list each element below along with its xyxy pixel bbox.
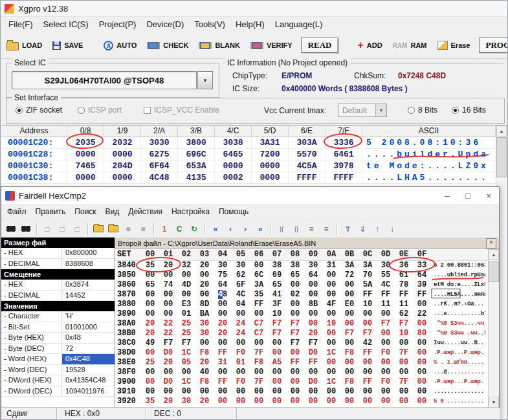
byte-cell[interactable]: 20 xyxy=(195,397,214,406)
layout-icon[interactable]: ≡ xyxy=(319,222,333,236)
byte-cell[interactable]: 35 xyxy=(141,261,159,271)
byte-cell[interactable]: 35 xyxy=(141,397,159,406)
byte-cell[interactable]: 00 xyxy=(141,290,159,300)
byte-cell[interactable]: D0 xyxy=(304,348,322,358)
byte-cell[interactable]: 65 xyxy=(141,280,159,290)
byte-cell[interactable]: 00 xyxy=(304,387,322,397)
byte-cell[interactable]: 00 xyxy=(359,368,377,377)
byte-cell[interactable]: 20 xyxy=(304,329,322,338)
byte-cell[interactable]: A5 xyxy=(268,358,286,368)
byte-cell[interactable]: 00 xyxy=(250,387,268,397)
byte-cell[interactable]: E3 xyxy=(177,300,195,309)
byte-cell[interactable]: D0 xyxy=(159,348,177,358)
verify-button[interactable]: VERIFY xyxy=(248,40,294,50)
byte-cell[interactable]: 00 xyxy=(413,348,431,358)
ascii-cell[interactable]: "%0 $Зчч....чч. xyxy=(434,319,485,329)
byte-cell[interactable]: 01 xyxy=(177,309,195,319)
byte-cell[interactable]: 00 xyxy=(232,368,250,377)
word-cell[interactable]: 6F64 xyxy=(141,160,178,171)
byte-cell[interactable]: 00 xyxy=(232,397,250,406)
byte-cell[interactable]: 00 xyxy=(413,300,431,309)
blank-button[interactable]: BLANK xyxy=(197,40,242,50)
word-cell[interactable]: 0000 xyxy=(67,172,104,183)
page-down-icon[interactable]: ↓ xyxy=(385,222,399,236)
byte-cell[interactable]: 30 xyxy=(177,397,195,406)
byte-cell[interactable]: 00 xyxy=(214,309,232,319)
xgpro-menu-tools[interactable]: Tools(V) xyxy=(189,17,230,32)
byte-cell[interactable]: 00 xyxy=(322,280,340,290)
byte-cell[interactable]: 36 xyxy=(395,261,413,271)
byte-cell[interactable]: 31 xyxy=(214,358,232,368)
byte-cell[interactable]: FF xyxy=(395,290,413,300)
byte-cell[interactable]: 20 xyxy=(195,358,214,368)
byte-cell[interactable]: 55 xyxy=(377,271,395,280)
byte-cell[interactable]: F8 xyxy=(340,377,359,387)
byte-cell[interactable]: 00 xyxy=(377,329,395,338)
byte-cell[interactable]: 00 xyxy=(232,338,250,348)
byte-cell[interactable]: 00 xyxy=(359,319,377,329)
byte-cell[interactable]: 1C xyxy=(322,377,340,387)
word-cell[interactable]: 653A xyxy=(178,160,215,171)
byte-cell[interactable]: 00 xyxy=(141,377,159,387)
byte-cell[interactable]: 00 xyxy=(268,338,286,348)
byte-cell[interactable]: 00 xyxy=(395,397,413,406)
byte-cell[interactable]: 00 xyxy=(195,387,214,397)
byte-cell[interactable]: 10 xyxy=(268,309,286,319)
ascii-cell[interactable]: ....HL5A....яяяя xyxy=(434,290,485,300)
byte-cell[interactable]: 00 xyxy=(413,377,431,387)
byte-cell[interactable]: 00 xyxy=(214,338,232,348)
byte-cell[interactable]: BA xyxy=(195,309,214,319)
ascii-cell[interactable]: 5 2 00.8801::063 xyxy=(434,261,485,271)
byte-cell[interactable]: 49 xyxy=(141,338,159,348)
byte-cell[interactable]: 00 xyxy=(177,387,195,397)
byte-cell[interactable]: 33 xyxy=(413,261,431,271)
byte-cell[interactable]: 00 xyxy=(286,377,304,387)
byte-cell[interactable]: 64 xyxy=(304,271,322,280)
byte-cell[interactable]: 00 xyxy=(286,309,304,319)
compare-icon[interactable]: C xyxy=(172,222,186,236)
open-single-icon[interactable] xyxy=(106,222,120,236)
scrollbar-thumb[interactable] xyxy=(496,137,507,177)
byte-cell[interactable]: 7F xyxy=(395,377,413,387)
byte-cell[interactable]: 00 xyxy=(304,397,322,406)
byte-cell[interactable]: 62 xyxy=(232,271,250,280)
byte-cell[interactable]: 00 xyxy=(395,358,413,368)
byte-cell[interactable]: FF xyxy=(214,377,232,387)
hexcmp-menu-edit[interactable]: Править xyxy=(31,204,71,219)
byte-cell[interactable]: 00 xyxy=(195,338,214,348)
byte-cell[interactable]: 00 xyxy=(413,397,431,406)
byte-cell[interactable]: F7 xyxy=(268,319,286,329)
word-cell[interactable]: 0002 xyxy=(215,172,252,183)
find-again-icon[interactable] xyxy=(19,222,33,236)
xgpro-menu-project[interactable]: Project(P) xyxy=(94,17,142,32)
sync-scroll-icon[interactable]: ≡ xyxy=(304,222,318,236)
byte-cell[interactable]: 65 xyxy=(286,271,304,280)
byte-cell[interactable]: 00 xyxy=(304,290,322,300)
byte-cell[interactable]: 00 xyxy=(195,271,214,280)
byte-cell[interactable]: 00 xyxy=(322,338,340,348)
byte-cell[interactable]: 00 xyxy=(377,338,395,348)
byte-cell[interactable]: 00 xyxy=(268,348,286,358)
word-cell[interactable]: 3978 xyxy=(326,160,362,171)
hexcmp-menu-view[interactable]: Вид xyxy=(101,204,124,219)
byte-cell[interactable]: 1C xyxy=(322,348,340,358)
byte-cell[interactable]: 00 xyxy=(322,368,340,377)
bits16-radio[interactable]: 16 Bits xyxy=(452,105,486,115)
ascii-cell[interactable]: ..гЌ..я?.‹Oа.... xyxy=(434,300,485,309)
hexcmp-menu-settings[interactable]: Настройка xyxy=(167,204,214,219)
word-cell[interactable]: 3030 xyxy=(141,137,178,148)
scrollbar-thumb[interactable] xyxy=(489,261,499,282)
byte-cell[interactable]: 30 xyxy=(232,261,250,271)
scroll-up-button[interactable]: ▲ xyxy=(496,126,507,137)
hexcmp-menu-actions[interactable]: Действия xyxy=(124,204,167,219)
hexview-scrollbar[interactable]: ▲ ▼ xyxy=(488,249,499,408)
byte-cell[interactable]: 10 xyxy=(322,319,340,329)
byte-cell[interactable]: FF xyxy=(214,348,232,358)
minimize-button[interactable]: – xyxy=(437,187,458,204)
byte-cell[interactable]: 00 xyxy=(340,290,359,300)
byte-cell[interactable]: 3A xyxy=(250,280,268,290)
byte-cell[interactable]: 30 xyxy=(377,261,395,271)
word-cell[interactable]: FFFF xyxy=(326,172,362,183)
byte-cell[interactable]: F8 xyxy=(195,377,214,387)
byte-cell[interactable]: 78 xyxy=(395,280,413,290)
